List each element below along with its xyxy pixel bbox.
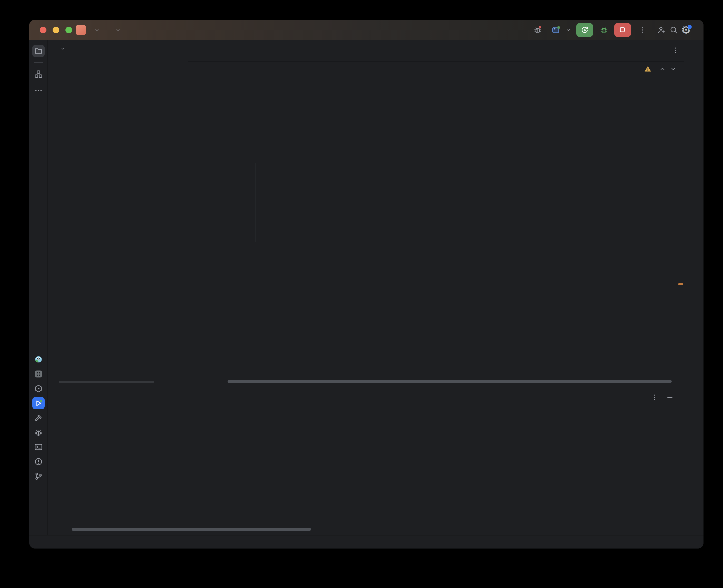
bug-x-icon bbox=[534, 26, 542, 34]
run-config-chevron-icon bbox=[565, 27, 571, 33]
title-bar: ⚙ bbox=[29, 20, 703, 40]
run-active-icon bbox=[34, 399, 43, 407]
stripe-button-structure-tool[interactable] bbox=[32, 68, 45, 80]
project-avatar[interactable] bbox=[76, 25, 86, 35]
editor-hscrollbar[interactable] bbox=[227, 380, 672, 383]
left-tool-stripe bbox=[29, 40, 48, 535]
terminal-icon bbox=[34, 443, 43, 451]
rerun-icon bbox=[580, 26, 589, 34]
prev-problem-icon[interactable] bbox=[659, 65, 666, 72]
indent-guide bbox=[256, 163, 256, 242]
code-with-me-button[interactable] bbox=[655, 24, 668, 36]
stop-button[interactable] bbox=[614, 23, 631, 37]
debug-disconnected-button[interactable] bbox=[531, 24, 544, 36]
stripe-button-problems-tool[interactable] bbox=[32, 456, 45, 468]
settings-button[interactable]: ⚙ bbox=[680, 24, 692, 36]
next-problem-icon[interactable] bbox=[670, 65, 677, 72]
warning-stripe-mark[interactable] bbox=[678, 283, 683, 285]
project-panel-header[interactable] bbox=[58, 46, 66, 51]
brackets-icon bbox=[34, 370, 43, 378]
console-hscrollbar[interactable] bbox=[72, 528, 311, 531]
run-panel-header bbox=[48, 387, 684, 407]
stop-icon bbox=[619, 26, 626, 34]
debug-bug-icon bbox=[600, 26, 608, 34]
stripe-divider bbox=[34, 62, 43, 63]
git-branch-icon bbox=[34, 472, 43, 481]
more-actions-button[interactable] bbox=[636, 24, 648, 36]
console-output[interactable] bbox=[69, 425, 678, 533]
gopher-icon bbox=[34, 355, 43, 364]
search-everywhere-button[interactable] bbox=[668, 24, 680, 36]
problems-icon bbox=[34, 457, 43, 466]
project-widget bbox=[76, 20, 121, 40]
hide-panel-icon[interactable] bbox=[666, 394, 674, 401]
tab-options-icon[interactable] bbox=[672, 46, 679, 54]
stripe-button-more-tool-windows[interactable] bbox=[32, 84, 45, 97]
hammer-icon bbox=[34, 414, 43, 422]
stripe-button-run-tool[interactable] bbox=[32, 397, 45, 410]
zoom-window-button[interactable] bbox=[65, 27, 72, 33]
stripe-button-git-tool[interactable] bbox=[32, 470, 45, 482]
project-chevron-icon[interactable] bbox=[94, 27, 100, 33]
search-icon bbox=[669, 26, 678, 34]
stripe-button-project-tool[interactable] bbox=[32, 45, 45, 57]
services-icon bbox=[34, 384, 43, 393]
minimize-window-button[interactable] bbox=[53, 27, 59, 33]
traffic-lights bbox=[40, 27, 72, 33]
stripe-button-build-tool[interactable] bbox=[32, 412, 45, 424]
desktop: ⚙ bbox=[0, 0, 723, 588]
status-bar bbox=[29, 535, 703, 548]
person-add-icon bbox=[657, 26, 666, 34]
vcs-chevron-icon[interactable] bbox=[115, 27, 121, 33]
run-panel bbox=[48, 387, 684, 535]
run-configuration-chooser[interactable] bbox=[551, 26, 571, 34]
project-panel bbox=[48, 40, 188, 387]
stripe-button-plugin-mascot[interactable] bbox=[32, 353, 45, 365]
project-header-chevron-icon bbox=[60, 46, 66, 51]
stripe-button-services-tool[interactable] bbox=[32, 382, 45, 395]
close-window-button[interactable] bbox=[40, 27, 46, 33]
stripe-button-terminal-tool[interactable] bbox=[32, 441, 45, 453]
run-config-icon bbox=[551, 26, 560, 34]
more-h-icon bbox=[34, 86, 43, 95]
structure-icon bbox=[34, 70, 43, 79]
warning-triangle-icon bbox=[644, 65, 652, 73]
rerun-button[interactable] bbox=[576, 23, 593, 37]
code-editor[interactable] bbox=[188, 62, 684, 379]
debug-button[interactable] bbox=[598, 24, 610, 36]
folder-tool-icon bbox=[34, 47, 43, 55]
run-options-icon[interactable] bbox=[651, 394, 658, 401]
editor-tabs-bar bbox=[188, 40, 684, 62]
ide-window: ⚙ bbox=[29, 20, 703, 548]
editor-area bbox=[188, 40, 684, 387]
project-scrollbar[interactable] bbox=[59, 381, 154, 383]
toolbar-right: ⚙ bbox=[531, 20, 692, 40]
stripe-button-plugin-brackets[interactable] bbox=[32, 368, 45, 380]
inspections-widget[interactable] bbox=[644, 65, 677, 73]
settings-notification-dot bbox=[688, 25, 692, 29]
indent-guide bbox=[240, 152, 240, 276]
stripe-button-debug-tool[interactable] bbox=[32, 426, 45, 439]
kebab-icon bbox=[639, 26, 646, 34]
bug-icon bbox=[34, 428, 43, 437]
